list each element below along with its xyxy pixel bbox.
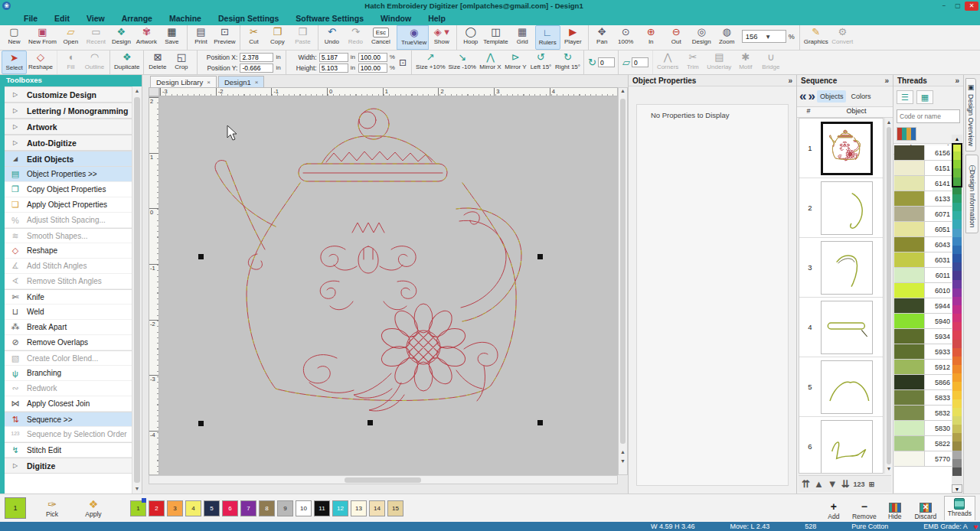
thread-row[interactable]: 6156 <box>894 145 952 161</box>
toolbar-button[interactable]: ◖ Fill <box>57 50 82 74</box>
thread-chart-icon[interactable] <box>897 127 916 141</box>
sequence-move-button[interactable]: ▼ <box>828 478 838 490</box>
current-color-swatch[interactable]: 1 <box>5 497 26 519</box>
palette-swatch[interactable]: 11 <box>314 500 330 516</box>
zoom-level-combobox[interactable]: 156▾ % <box>742 30 795 43</box>
thread-row[interactable]: 5940 <box>894 314 952 329</box>
thread-row[interactable]: 6141 <box>894 176 952 191</box>
scrollbar-thumb[interactable] <box>134 97 140 483</box>
sidebar-item[interactable]: ✄ Knife <box>5 289 132 305</box>
toolbar-button[interactable]: ❐ Copy <box>265 25 290 50</box>
thread-row[interactable]: 6133 <box>894 191 952 207</box>
toolbar-button[interactable]: ∟ Rulers <box>535 25 560 50</box>
pick-color-button[interactable]: ✑ Pick <box>37 498 67 518</box>
design-canvas[interactable] <box>159 96 618 475</box>
palette-swatch[interactable]: 10 <box>296 500 312 516</box>
thread-row[interactable]: 5822 <box>894 436 952 451</box>
sidebar-item[interactable]: ≋ Smooth Shapes... <box>5 228 132 243</box>
toolbar-button[interactable]: ∪ Bridge <box>758 50 783 74</box>
toolbar-button[interactable]: ▱ Open <box>58 25 83 50</box>
scroll-down-arrow[interactable]: ▼ <box>132 484 142 494</box>
thread-row[interactable]: 6011 <box>894 268 952 283</box>
sidebar-item[interactable]: ⊘ Remove Overlaps <box>5 335 132 350</box>
scrollbar-thumb[interactable] <box>887 127 891 464</box>
palette-swatch[interactable]: 13 <box>351 500 367 516</box>
sequence-row[interactable]: 2 <box>799 178 883 238</box>
discard-colors-button[interactable]: Discard <box>913 503 938 520</box>
position-y-input[interactable] <box>240 64 273 73</box>
sidebar-item[interactable]: ▷ Artwork <box>5 119 132 135</box>
toolbar-button[interactable]: ◠ Outline <box>82 50 107 74</box>
skew-input[interactable] <box>632 57 648 67</box>
close-button[interactable]: ✕ <box>965 2 978 11</box>
selection-handle[interactable] <box>368 420 373 425</box>
close-icon[interactable]: × <box>255 79 259 86</box>
sidebar-item[interactable]: ⋈ Apply Closest Join <box>5 396 132 412</box>
scroll-down-arrow[interactable]: ▼ <box>885 464 893 474</box>
collapse-chevron-icon[interactable]: » <box>955 77 959 85</box>
menu-item[interactable]: Arrange <box>115 12 159 24</box>
toolbar-button[interactable]: ❖ Design <box>109 25 134 50</box>
sidebar-item[interactable]: ⊔ Weld <box>5 305 132 320</box>
minimize-button[interactable]: − <box>937 2 951 11</box>
sequence-move-button[interactable]: ⇊ <box>841 478 850 490</box>
canvas-vertical-scrollbar[interactable]: ▲ ▲ ▼ <box>618 87 628 475</box>
sequence-scrollbar[interactable]: ▲ ▼ <box>884 118 893 474</box>
sidebar-item[interactable]: ◢ Edit Objects <box>5 151 132 167</box>
thread-list-view-icon[interactable]: ☰ <box>897 90 913 104</box>
toolbar-button[interactable]: ✾ Artwork <box>134 25 159 50</box>
thread-search-input[interactable] <box>897 112 959 120</box>
palette-swatch[interactable]: 4 <box>185 500 201 516</box>
palette-swatch[interactable]: 15 <box>387 500 403 516</box>
sidebar-item[interactable]: ◇ Reshape <box>5 243 132 259</box>
sidebar-item[interactable]: ▷ Customize Design <box>5 86 132 103</box>
palette-swatch[interactable]: 9 <box>277 500 293 516</box>
sequence-move-button[interactable]: 123 <box>854 481 865 488</box>
thread-row[interactable]: 5832 <box>894 406 952 421</box>
toolbar-button[interactable]: ⊙ 100% <box>613 25 639 50</box>
maximize-button[interactable]: ▢ <box>951 2 965 11</box>
add-color-button[interactable]: + Add <box>822 501 846 520</box>
thread-grid-view-icon[interactable]: ▦ <box>916 90 933 104</box>
toolbar-button[interactable]: ✂ Trim <box>680 50 705 74</box>
collapse-chevron-icon[interactable]: » <box>884 77 889 85</box>
toolbar-button[interactable]: ❖ Duplicate <box>109 50 141 74</box>
sequence-move-button[interactable]: ⊞ <box>869 481 875 488</box>
selection-handle[interactable] <box>537 420 543 425</box>
rotate-input[interactable] <box>598 57 615 67</box>
palette-swatch[interactable]: 8 <box>259 500 275 516</box>
sidebar-item[interactable]: ∢ Remove Stitch Angles <box>5 274 132 289</box>
toolbar-button[interactable]: ▣ New From <box>27 25 58 50</box>
sidebar-item[interactable]: ❏ Apply Object Properties <box>5 197 132 213</box>
thread-row[interactable]: 6043 <box>894 237 952 252</box>
toolbar-button[interactable]: ↺ Left 15° <box>528 50 554 74</box>
toolbar-button[interactable]: ⊕ In <box>639 25 664 50</box>
palette-swatch[interactable]: 2 <box>149 500 165 516</box>
thread-row[interactable]: 5830 <box>894 421 952 436</box>
sidebar-item[interactable]: ▷ Digitize <box>5 458 132 474</box>
remove-color-button[interactable]: − Remove <box>852 501 877 520</box>
toolbar-button[interactable]: ◈ ▾ Show <box>429 25 454 50</box>
toolbar-button[interactable]: ▤ Print <box>187 25 212 50</box>
width-input[interactable] <box>319 53 348 62</box>
scroll-up-arrow[interactable]: ▲ <box>132 86 142 96</box>
thread-row[interactable]: 5833 <box>894 390 952 406</box>
selection-handle[interactable] <box>537 254 543 259</box>
scrollbar-thumb[interactable] <box>952 143 962 187</box>
height-input[interactable] <box>319 64 348 73</box>
scale-y-input[interactable] <box>358 64 387 73</box>
toolbar-button[interactable]: ➤ Select <box>2 50 27 74</box>
scroll-down-arrow[interactable]: ▼ <box>952 484 962 493</box>
toolbar-button[interactable]: ✂ Cut <box>240 25 265 50</box>
sidebar-item[interactable]: ❐ Copy Object Properties <box>5 182 132 197</box>
thread-row[interactable]: 5933 <box>894 344 952 360</box>
tab-design1[interactable]: Design1 × <box>218 76 265 87</box>
toolbar-button[interactable]: ▤ Underlay <box>705 50 733 74</box>
menu-item[interactable]: Software Settings <box>289 12 371 24</box>
palette-swatch[interactable]: 7 <box>240 500 256 516</box>
sidebar-item[interactable]: ⁂ Break Apart <box>5 320 132 335</box>
sidebar-item[interactable]: ∡ Add Stitch Angles <box>5 259 132 274</box>
skew-icon[interactable]: ▱ <box>622 57 630 68</box>
thread-row[interactable]: 5912 <box>894 360 952 375</box>
menu-item[interactable]: Design Settings <box>211 12 286 24</box>
